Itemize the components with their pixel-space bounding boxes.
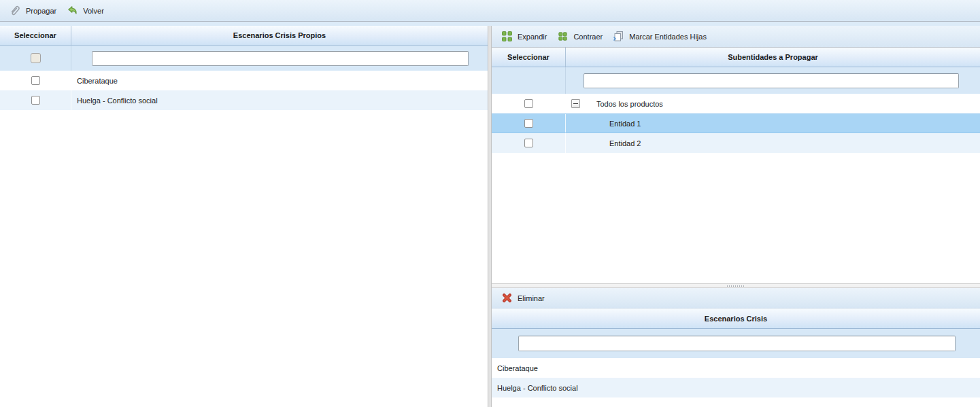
expandir-button-label: Expandir [518,33,547,41]
select-all-checkbox[interactable] [31,53,41,63]
red-cross-icon [501,292,513,304]
bottom-filter-row [492,329,980,358]
copy-pages-icon [613,31,624,42]
main-toolbar: Propagar Volver [0,0,980,22]
row-label: Ciberataque [492,364,538,372]
right-column-title: Subentidades a Propagar [566,48,980,67]
tree-node-label: Entidad 2 [566,139,641,147]
left-grid-header: Seleccionar Escenarios Crisis Propios [0,26,488,46]
row-select-cell [492,94,566,113]
bottom-grid-header: Escenarios Crisis [492,308,980,329]
paperclip-icon [10,5,21,16]
collapse-all-icon [557,31,569,42]
table-row[interactable]: Ciberataque [0,71,488,90]
expand-all-icon [501,31,513,42]
tree-row-root[interactable]: Todos los productos [492,94,980,113]
eliminar-button-label: Eliminar [518,294,545,302]
contraer-button-label: Contraer [573,33,603,41]
propagar-button[interactable]: Propagar [5,3,63,18]
row-label: Huelga - Conflicto social [71,96,158,105]
left-filter-row [0,46,488,71]
row-label: Ciberataque [71,77,118,85]
row-checkbox[interactable] [31,96,40,105]
panel-splitter-horizontal[interactable] [492,283,980,288]
row-label: Huelga - Conflicto social [492,384,578,392]
tree-node-label: Entidad 1 [566,120,641,128]
marcar-entidades-button[interactable]: Marcar Entidades Hijas [609,29,713,44]
row-checkbox[interactable] [524,139,533,147]
right-filter-empty-cell [492,67,566,94]
propagation-window: Propagar Volver Seleccionar Escenarios C… [0,0,980,407]
tree-row[interactable]: Entidad 2 [492,133,980,153]
row-select-cell [0,71,71,90]
row-checkbox[interactable] [524,119,533,128]
tree-collapse-icon[interactable] [571,99,580,108]
expandir-button[interactable]: Expandir [497,29,553,44]
tree-node-label: Todos los productos [596,100,663,108]
splitter-grip-icon [727,285,745,287]
marcar-button-label: Marcar Entidades Hijas [629,33,707,41]
left-filter-input[interactable] [92,51,469,66]
table-row[interactable]: Huelga - Conflicto social [0,90,488,110]
row-select-cell [492,133,566,153]
escenarios-propios-grid: Seleccionar Escenarios Crisis Propios Ci… [0,26,488,407]
right-filter-input[interactable] [584,73,959,88]
back-arrow-icon [67,5,78,16]
volver-button-label: Volver [83,7,104,15]
row-checkbox[interactable] [31,76,40,85]
volver-button[interactable]: Volver [63,3,110,18]
right-grid-header: Seleccionar Subentidades a Propagar [492,48,980,67]
subentidades-toolbar: Expandir Contraer [492,26,980,48]
row-select-cell [492,114,566,132]
tree-row-selected[interactable]: Entidad 1 [492,113,980,133]
right-column-seleccionar: Seleccionar [492,48,566,67]
bottom-column-title: Escenarios Crisis [492,308,980,328]
left-header-checkbox-cell [0,46,71,71]
eliminar-toolbar: Eliminar [492,288,980,308]
left-column-title: Escenarios Crisis Propios [71,26,488,45]
list-item[interactable]: Huelga - Conflicto social [492,378,980,397]
list-item[interactable]: Ciberataque [492,358,980,378]
row-select-cell [0,90,71,110]
right-filter-row [492,67,980,94]
eliminar-button[interactable]: Eliminar [497,290,551,306]
contraer-button[interactable]: Contraer [553,29,609,44]
left-column-seleccionar: Seleccionar [0,26,71,45]
subentidades-grid: Expandir Contraer [492,26,980,407]
row-checkbox[interactable] [524,99,533,108]
propagar-button-label: Propagar [26,7,56,15]
bottom-filter-input[interactable] [518,336,956,351]
